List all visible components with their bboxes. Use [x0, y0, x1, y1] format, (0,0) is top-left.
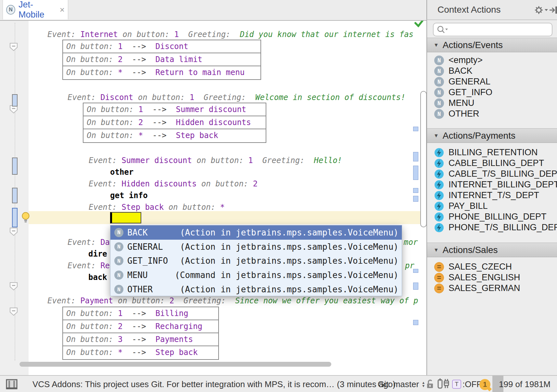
transient-models-toggle[interactable]: T [452, 380, 461, 389]
editor-line[interactable]: Event: Hidden discounts on button: 2 [89, 177, 258, 190]
transition-row[interactable]: On button: 1 --> Discont [63, 40, 260, 53]
gutter-selection-mark[interactable] [12, 158, 18, 175]
editor-line[interactable]: Event: Re [68, 259, 110, 272]
action-item[interactable]: PHONE_T/S_BILLING_DEPT [427, 222, 557, 233]
editor-line[interactable]: Event: Da [68, 236, 110, 249]
completion-item[interactable]: NGENERAL(Action in jetbrains.mps.samples… [110, 240, 402, 254]
hector-inspections-icon[interactable] [437, 376, 449, 392]
section-header-actions-payments[interactable]: ▼Actions/Payments [427, 128, 557, 143]
sales-equals-icon: = [434, 273, 444, 283]
stripe-mark[interactable] [413, 166, 418, 180]
section-header-actions-sales[interactable]: ▼Actions/Sales [427, 243, 557, 257]
fold-marker-icon[interactable] [9, 282, 18, 291]
tab-close-icon[interactable]: × [60, 6, 65, 14]
fold-marker-icon[interactable] [9, 307, 18, 316]
gear-icon[interactable] [534, 5, 548, 15]
completion-item[interactable]: NOTHER(Action in jetbrains.mps.samples.V… [110, 282, 402, 297]
search-field[interactable] [433, 23, 552, 36]
memory-indicator[interactable]: 199 of 1981M [492, 376, 557, 392]
transition-row[interactable]: On button: * --> Step back [83, 129, 266, 142]
action-item[interactable]: INTERNET_T/S_DEPT [427, 190, 557, 201]
gutter-selection-mark[interactable] [12, 188, 18, 203]
stripe-mark[interactable] [413, 188, 418, 193]
active-edit-cell[interactable] [110, 212, 141, 223]
stripe-mark[interactable] [413, 283, 418, 290]
notification-badge[interactable]: 1 [479, 379, 490, 390]
tab-jet-mobile[interactable]: N Jet-Mobile × [3, 0, 68, 19]
completion-description: (Action in jetbrains.mps.samples.VoiceMe… [180, 256, 399, 266]
transition-row[interactable]: On button: 1 --> Summer discount [83, 103, 266, 116]
action-item[interactable]: NMENU [427, 98, 557, 108]
action-item-label: INTERNET_T/S_DEPT [449, 190, 539, 200]
search-input[interactable] [449, 24, 552, 35]
action-item[interactable]: BILLING_RETENTION [427, 147, 557, 158]
node-icon: N [6, 5, 15, 15]
action-item[interactable]: PHONE_BILLING_DEPT [427, 211, 557, 222]
action-item[interactable]: CABLE_T/S_BILLING_DEPT [427, 169, 557, 179]
gutter-selection-mark[interactable] [12, 94, 18, 107]
search-icon [436, 25, 449, 34]
editor-line[interactable]: dire [88, 247, 107, 260]
editor-line[interactable]: Event: Discont on button: 1 Greeting: We… [68, 91, 405, 104]
transition-row[interactable]: On button: 2 --> Hidden discounts [83, 116, 266, 129]
editor-pane[interactable]: NBACK(Action in jetbrains.mps.samples.Vo… [0, 0, 426, 375]
action-item[interactable]: PAY_BILL [427, 201, 557, 211]
action-item[interactable]: =SALES_ENGLISH [427, 272, 557, 283]
stripe-mark[interactable] [413, 269, 418, 273]
completion-item[interactable]: NBACK(Action in jetbrains.mps.samples.Vo… [110, 225, 402, 240]
action-bolt-icon [434, 223, 444, 233]
unlocked-padlock-icon[interactable] [425, 376, 435, 392]
section-label: Actions/Payments [443, 131, 515, 141]
transition-row[interactable]: On button: * --> Step back [63, 346, 218, 359]
editor-line[interactable]: get info [110, 189, 148, 202]
gutter-selection-mark[interactable] [12, 208, 18, 227]
git-branch-widget[interactable]: Git: master ▲▼ [378, 376, 425, 392]
editor-line[interactable]: Event: Step back on button: * [89, 201, 225, 214]
action-item[interactable]: NGENERAL [427, 76, 557, 87]
editor-line[interactable]: back [88, 271, 107, 284]
collapse-triangle-icon: ▼ [434, 247, 439, 253]
action-item[interactable]: N<empty> [427, 55, 557, 66]
fold-marker-icon[interactable] [9, 43, 18, 52]
editor-line[interactable]: mor [404, 236, 418, 249]
transition-row[interactable]: On button: 1 --> Billing [63, 307, 218, 320]
section-label: Actions/Sales [443, 245, 498, 255]
action-item[interactable]: CABLE_BILLING_DEPT [427, 158, 557, 169]
horizontal-scrollbar[interactable] [19, 362, 331, 367]
vertical-scrollbar[interactable] [420, 91, 426, 227]
stripe-mark[interactable] [413, 127, 418, 131]
section-header-actions-events[interactable]: ▼Actions/Events [427, 38, 557, 52]
completion-name: GET_INFO [127, 256, 168, 266]
action-bolt-icon [434, 169, 444, 179]
stripe-mark[interactable] [413, 320, 418, 325]
transition-row[interactable]: On button: * --> Return to main menu [63, 66, 260, 79]
editor-text: Summer discount [121, 156, 192, 165]
completion-item[interactable]: NMENU(Command in jetbrains.mps.samples.V… [110, 268, 402, 282]
fold-marker-icon[interactable] [9, 227, 18, 236]
action-item[interactable]: =SALES_GERMAN [427, 283, 557, 294]
editor-text: Internet [80, 30, 118, 39]
action-item[interactable]: =SALES_CZECH [427, 261, 557, 272]
action-item[interactable]: NGET_INFO [427, 87, 557, 98]
editor-line[interactable]: Event: Summer discount on button: 1 Gree… [89, 154, 342, 167]
action-item[interactable]: NBACK [427, 66, 557, 76]
vcs-message[interactable]: VCS Addons: This project uses Git. For b… [32, 376, 396, 392]
toolwindow-toggle-icon[interactable] [6, 376, 18, 392]
completion-item[interactable]: NGET_INFO(Action in jetbrains.mps.sample… [110, 254, 402, 268]
editor-line[interactable]: Event: Internet on button: 1 Greeting: D… [47, 28, 413, 41]
editor-text: Da [100, 238, 110, 247]
editor-line[interactable]: other [110, 166, 133, 179]
node-icon: N [434, 77, 444, 87]
hide-panel-icon[interactable] [549, 5, 557, 15]
intention-bulb-icon[interactable] [21, 212, 31, 223]
transition-row[interactable]: On button: 2 --> Data limit [63, 53, 260, 66]
action-item-label: CABLE_BILLING_DEPT [449, 158, 544, 168]
completion-popup[interactable]: NBACK(Action in jetbrains.mps.samples.Vo… [110, 225, 402, 296]
editor-text: on button: [133, 93, 189, 102]
stripe-mark[interactable] [413, 152, 418, 161]
action-item[interactable]: INTERNET_BILLING_DEPT [427, 179, 557, 190]
transition-row[interactable]: On button: 2 --> Recharging [63, 320, 218, 333]
stripe-mark[interactable] [413, 196, 418, 202]
action-item[interactable]: NOTHER [427, 108, 557, 119]
transition-row[interactable]: On button: 3 --> Payments [63, 333, 218, 346]
